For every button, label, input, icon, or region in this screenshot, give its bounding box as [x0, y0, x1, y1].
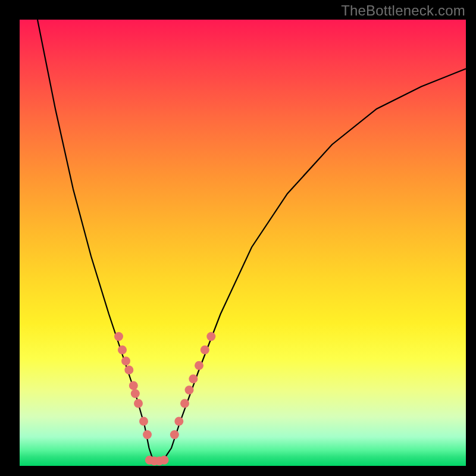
highlight-dot — [118, 346, 127, 355]
highlight-dot — [131, 389, 140, 398]
highlight-dot — [180, 399, 189, 408]
highlight-dot — [185, 386, 194, 394]
highlight-dot — [189, 374, 198, 383]
highlight-dot — [143, 430, 152, 439]
bottleneck-curve — [37, 20, 466, 464]
highlight-dots — [114, 332, 215, 465]
highlight-dot — [160, 456, 169, 465]
highlight-dot — [121, 356, 130, 365]
highlight-dot — [170, 430, 179, 439]
curve-svg — [20, 20, 466, 466]
chart-frame: TheBottleneck.com — [0, 0, 476, 476]
highlight-dot — [206, 332, 215, 341]
highlight-dot — [114, 332, 123, 341]
highlight-dot — [124, 365, 133, 374]
highlight-dot — [201, 346, 209, 355]
watermark-text: TheBottleneck.com — [341, 2, 465, 19]
highlight-dot — [139, 417, 148, 426]
highlight-dot — [134, 399, 143, 408]
highlight-dot — [129, 381, 138, 390]
highlight-dot — [195, 361, 203, 370]
plot-area — [20, 20, 466, 466]
highlight-dot — [174, 417, 183, 426]
